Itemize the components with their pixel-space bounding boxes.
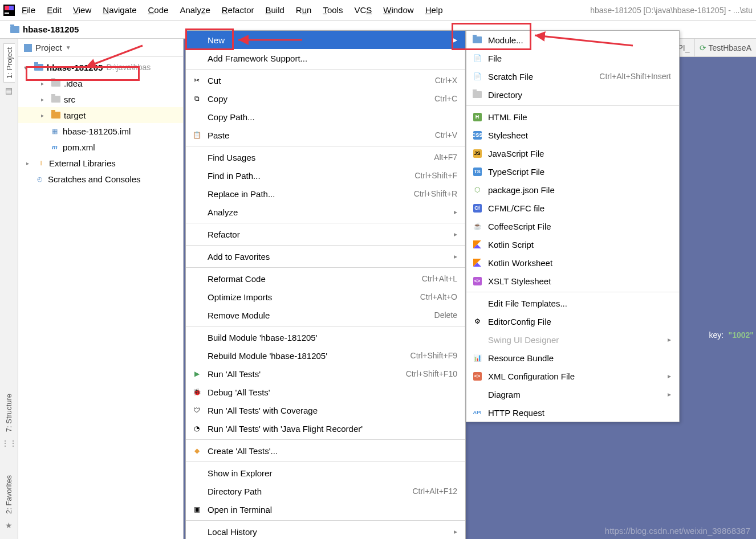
ctx-run[interactable]: ▶Run 'All Tests'Ctrl+Shift+F10	[186, 365, 465, 383]
menu-navigate[interactable]: Navigate	[98, 4, 141, 16]
ctx-find-usages[interactable]: Find UsagesAlt+F7	[186, 148, 465, 166]
side-tab-project[interactable]: 1: Project	[3, 43, 15, 83]
gear-icon: ⚙	[472, 316, 482, 326]
sub-scratch[interactable]: 📄Scratch FileCtrl+Alt+Shift+Insert	[466, 67, 679, 85]
tree-item-target[interactable]: ▸target	[18, 107, 183, 123]
ctx-rebuild-module[interactable]: Rebuild Module 'hbase-181205'Ctrl+Shift+…	[186, 346, 465, 365]
ctx-reformat[interactable]: Reformat CodeCtrl+Alt+L	[186, 270, 465, 288]
breadcrumb-root[interactable]: hbase-181205	[23, 24, 79, 34]
tree-label: .idea	[64, 79, 83, 88]
chevron-down-icon[interactable]: ▾	[24, 64, 31, 71]
sub-swing-designer[interactable]: Swing UI Designer▸	[466, 330, 679, 349]
ctx-copy-path[interactable]: Copy Path...	[186, 108, 465, 126]
sub-javascript[interactable]: JSJavaScript File	[466, 144, 679, 162]
ts-icon: TS	[473, 168, 482, 176]
sub-edit-templates[interactable]: Edit File Templates...	[466, 294, 679, 312]
tool-strip-left: 1: Project ▤ 7: Structure ⋮⋮ 2: Favorite…	[0, 39, 18, 539]
ctx-coverage[interactable]: 🛡Run 'All Tests' with Coverage	[186, 401, 465, 419]
side-tab-structure[interactable]: 7: Structure	[3, 390, 14, 435]
ctx-create-tests[interactable]: ◆Create 'All Tests'...	[186, 442, 465, 460]
tree-label: target	[64, 111, 86, 120]
sub-http-request[interactable]: APIHTTP Request	[466, 403, 679, 422]
chevron-right-icon: ▸	[668, 372, 671, 380]
ctx-cut[interactable]: ✂CutCtrl+X	[186, 71, 465, 89]
ctx-replace-in-path[interactable]: Replace in Path...Ctrl+Shift+R	[186, 185, 465, 203]
terminal-icon: ▣	[192, 504, 202, 514]
menu-help[interactable]: Help	[421, 4, 448, 16]
menu-vcs[interactable]: VCS	[349, 4, 376, 16]
menu-code[interactable]: Code	[144, 4, 173, 16]
sub-typescript[interactable]: TSTypeScript File	[466, 162, 679, 181]
menu-tools[interactable]: Tools	[318, 4, 347, 16]
ctx-local-history[interactable]: Local History▸	[186, 522, 465, 539]
tree-label: src	[64, 95, 75, 104]
ctx-paste[interactable]: 📋PasteCtrl+V	[186, 126, 465, 144]
menu-run[interactable]: Run	[291, 4, 316, 16]
sub-package-json[interactable]: ⬡package.json File	[466, 181, 679, 199]
menu-edit[interactable]: Edit	[42, 4, 66, 16]
project-view-selector[interactable]: Project	[35, 43, 62, 52]
create-icon: ◆	[192, 446, 202, 456]
chevron-right-icon[interactable]: ▸	[41, 112, 48, 119]
sub-resource-bundle[interactable]: 📊Resource Bundle	[466, 349, 679, 367]
ctx-jfr[interactable]: ◔Run 'All Tests' with 'Java Flight Recor…	[186, 419, 465, 438]
iml-file-icon: ▦	[50, 126, 59, 136]
ctx-new[interactable]: New▶	[186, 31, 465, 49]
ctx-build-module[interactable]: Build Module 'hbase-181205'	[186, 328, 465, 346]
tree-item-iml[interactable]: ▦hbase-181205.iml	[18, 123, 183, 139]
tree-external-libraries[interactable]: ▸⫴External Libraries	[18, 155, 183, 171]
sub-stylesheet[interactable]: CSSStylesheet	[466, 126, 679, 144]
sub-cfml[interactable]: CfCFML/CFC file	[466, 199, 679, 217]
sub-editorconfig[interactable]: ⚙EditorConfig File	[466, 312, 679, 330]
menu-view[interactable]: View	[68, 4, 96, 16]
tree-item-src[interactable]: ▸src	[18, 91, 183, 107]
tree-label: External Libraries	[49, 158, 116, 168]
menu-refactor[interactable]: Refactor	[217, 4, 259, 16]
chevron-right-icon: ▶	[452, 36, 457, 44]
sub-xml-config[interactable]: <>XML Configuration File▸	[466, 367, 679, 385]
context-menu: New▶ Add Framework Support... ✂CutCtrl+X…	[185, 30, 466, 539]
ctx-remove-module[interactable]: Remove ModuleDelete	[186, 306, 465, 324]
sub-file[interactable]: 📄File	[466, 49, 679, 67]
tree-scratches[interactable]: ◴Scratches and Consoles	[18, 171, 183, 187]
chevron-right-icon[interactable]: ▸	[41, 80, 48, 87]
sub-html[interactable]: HHTML File	[466, 108, 679, 126]
sub-coffeescript[interactable]: ☕CoffeeScript File	[466, 217, 679, 235]
sub-xslt[interactable]: <>XSLT Stylesheet	[466, 272, 679, 290]
bundle-icon: 📊	[472, 353, 482, 363]
project-panel-header[interactable]: Project ▼	[18, 39, 183, 57]
structure-icon: ⋮⋮	[1, 439, 17, 448]
ctx-refactor[interactable]: Refactor▸	[186, 225, 465, 243]
star-icon: ★	[5, 521, 13, 530]
ctx-add-favorites[interactable]: Add to Favorites▸	[186, 247, 465, 266]
tree-label: hbase-181205.iml	[63, 126, 131, 136]
folder-icon	[10, 26, 19, 33]
ctx-show-explorer[interactable]: Show in Explorer	[186, 464, 465, 482]
tree-root[interactable]: ▾ hbase-181205 D:\java\hbas	[18, 59, 183, 75]
menu-build[interactable]: Build	[261, 4, 288, 16]
ctx-copy[interactable]: ⧉CopyCtrl+C	[186, 89, 465, 108]
sub-diagram[interactable]: Diagram▸	[466, 385, 679, 403]
ctx-open-terminal[interactable]: ▣Open in Terminal	[186, 500, 465, 518]
module-icon	[473, 36, 482, 43]
chevron-right-icon[interactable]: ▸	[41, 96, 48, 103]
ctx-optimize-imports[interactable]: Optimize ImportsCtrl+Alt+O	[186, 288, 465, 306]
ctx-debug[interactable]: 🐞Debug 'All Tests'	[186, 383, 465, 401]
watermark: https://blog.csdn.net/weixin_39868387	[605, 526, 750, 536]
ctx-add-framework[interactable]: Add Framework Support...	[186, 49, 465, 67]
ctx-find-in-path[interactable]: Find in Path...Ctrl+Shift+F	[186, 166, 465, 185]
sub-module[interactable]: Module...	[466, 31, 679, 49]
menu-window[interactable]: Window	[379, 4, 418, 16]
tree-item-pom[interactable]: mpom.xml	[18, 139, 183, 155]
menu-analyze[interactable]: Analyze	[175, 4, 214, 16]
sub-directory[interactable]: Directory	[466, 85, 679, 104]
editor-tab-2[interactable]: ⟳TestHbaseA	[694, 39, 756, 56]
sub-kotlin-script[interactable]: Kotlin Script	[466, 235, 679, 254]
ctx-directory-path[interactable]: Directory PathCtrl+Alt+F12	[186, 482, 465, 500]
menu-file[interactable]: File	[17, 4, 40, 16]
ctx-analyze[interactable]: Analyze▸	[186, 203, 465, 221]
chevron-right-icon[interactable]: ▸	[26, 160, 33, 166]
tree-item-idea[interactable]: ▸.idea	[18, 75, 183, 91]
side-tab-favorites[interactable]: 2: Favorites	[3, 472, 14, 517]
sub-kotlin-worksheet[interactable]: Kotlin Worksheet	[466, 254, 679, 272]
